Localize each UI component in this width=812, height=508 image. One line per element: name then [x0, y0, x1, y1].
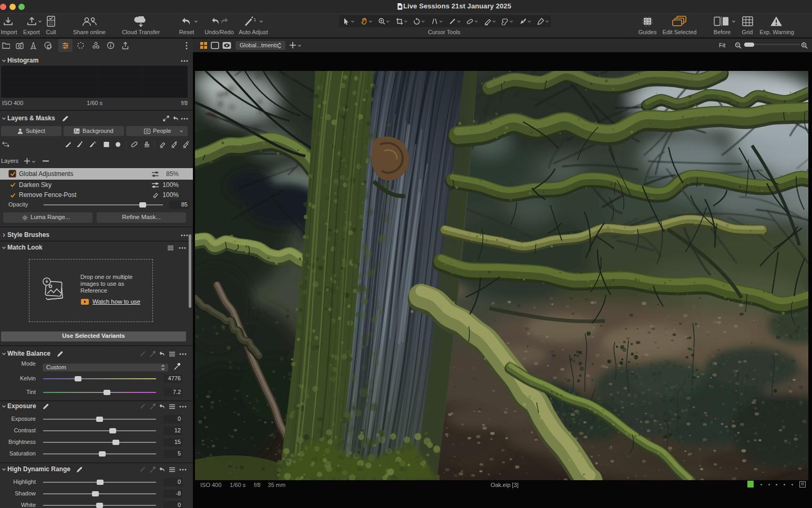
svg-text:AI: AI [187, 141, 189, 143]
svg-text:AI: AI [94, 141, 96, 144]
